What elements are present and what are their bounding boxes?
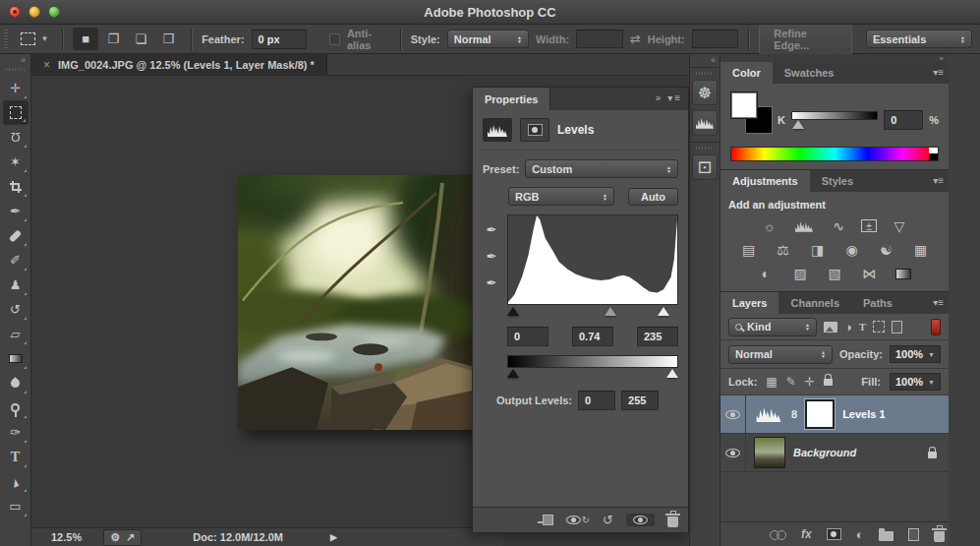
style-select[interactable]: Normal ▲▼ — [447, 30, 529, 48]
brightness-contrast-icon[interactable]: ☼ — [758, 217, 781, 235]
collapse-tools-icon[interactable]: » — [21, 54, 30, 65]
swap-width-height-icon[interactable]: ⇄ — [630, 31, 641, 46]
lock-pixels-icon[interactable]: ✎ — [786, 375, 796, 389]
filter-shape-layers-icon[interactable] — [873, 321, 885, 333]
history-brush-tool[interactable]: ↺ — [3, 297, 29, 322]
panel-menu-icon[interactable]: ▾≡ — [933, 67, 944, 78]
mask-properties-button[interactable] — [520, 118, 549, 142]
new-group-icon[interactable] — [879, 531, 894, 541]
channel-mixer-icon[interactable]: ☯ — [875, 241, 898, 259]
eyedropper-tool[interactable]: ✒ — [3, 199, 29, 223]
curves-adjustment-icon[interactable]: ∿ — [827, 217, 850, 235]
filter-type-layers-icon[interactable]: T — [859, 321, 866, 333]
lock-transparency-icon[interactable]: ▦ — [766, 375, 777, 389]
minimize-window-button[interactable] — [29, 6, 40, 18]
zoom-level[interactable]: 12.5% — [51, 531, 82, 543]
fill-input[interactable]: 100% ▼ — [890, 373, 941, 391]
document-tab[interactable]: × IMG_0024.JPG @ 12.5% (Levels 1, Layer … — [31, 54, 327, 75]
preset-select[interactable]: Custom ▲▼ — [525, 159, 678, 178]
layer-mask-thumbnail[interactable] — [805, 399, 835, 429]
black-point-eyedropper-icon[interactable]: ✒ — [487, 222, 497, 237]
workspace-select[interactable]: Essentials ▲▼ — [866, 30, 972, 48]
highlight-input-value[interactable]: 235 — [637, 327, 678, 346]
filter-pixel-layers-icon[interactable] — [824, 322, 837, 333]
mini-bridge-icon[interactable]: ⚙ — [110, 531, 120, 544]
filter-kind-select[interactable]: Kind ▲▼ — [728, 318, 817, 336]
midtone-input-value[interactable]: 0.74 — [572, 327, 613, 346]
view-previous-state-icon[interactable]: ↻ — [566, 515, 590, 525]
tab-paths[interactable]: Paths — [851, 292, 904, 314]
subtract-from-selection-button[interactable]: ❏ — [128, 28, 153, 50]
mask-link-icon[interactable]: 8 — [791, 408, 797, 420]
tab-swatches[interactable]: Swatches — [773, 62, 846, 84]
antialias-checkbox[interactable] — [329, 33, 340, 45]
tab-adjustments[interactable]: Adjustments — [721, 170, 810, 192]
layer-row-levels-1[interactable]: 8 Levels 1 — [721, 395, 949, 434]
output-highlight-value[interactable]: 255 — [621, 391, 659, 410]
channel-select[interactable]: RGB ▲▼ — [508, 187, 614, 206]
tool-preset-picker[interactable]: ▼ — [17, 30, 52, 48]
new-selection-button[interactable]: ■ — [73, 28, 98, 50]
panel-menu-icon[interactable]: ▾≡ — [667, 92, 682, 103]
exposure-adjustment-icon[interactable]: ± — [861, 219, 877, 232]
height-input[interactable] — [692, 30, 739, 48]
color-spectrum-ramp[interactable] — [730, 147, 939, 161]
filter-smart-objects-icon[interactable] — [892, 321, 902, 334]
gray-point-eyedropper-icon[interactable]: ✒ — [487, 249, 497, 264]
k-value-input[interactable]: 0 — [884, 110, 923, 130]
output-shadow-value[interactable]: 0 — [578, 391, 615, 410]
levels-adjustment-icon[interactable] — [792, 217, 816, 235]
tab-styles[interactable]: Styles — [810, 170, 865, 192]
output-highlight-slider[interactable] — [666, 369, 678, 378]
brush-tool[interactable]: ✐ — [3, 248, 29, 273]
layer-style-icon[interactable]: fx — [801, 527, 812, 541]
refine-edge-button[interactable]: Refine Edge... — [759, 24, 852, 55]
histogram-panel-icon[interactable] — [692, 110, 718, 136]
layer-name[interactable]: Background — [793, 447, 856, 458]
layer-visibility-toggle[interactable] — [721, 395, 746, 433]
gradient-map-icon[interactable]: ⋈ — [857, 265, 881, 282]
intersect-selection-button[interactable]: ❒ — [155, 28, 181, 50]
close-document-icon[interactable]: × — [43, 58, 50, 72]
pen-tool[interactable]: ✑ — [3, 420, 29, 445]
link-layers-icon[interactable] — [770, 530, 786, 539]
layer-filter-toggle[interactable] — [931, 319, 941, 335]
output-shadow-slider[interactable] — [507, 369, 519, 378]
spot-healing-brush-tool[interactable] — [3, 223, 29, 248]
type-tool[interactable]: T — [3, 445, 29, 469]
k-slider-handle[interactable] — [792, 120, 804, 129]
clip-to-layer-icon[interactable] — [543, 515, 553, 525]
document-size[interactable]: Doc: 12.0M/12.0M — [193, 531, 283, 543]
lock-position-icon[interactable]: ✛ — [805, 375, 815, 389]
panel-menu-icon[interactable]: ▾≡ — [933, 175, 944, 186]
delete-adjustment-icon[interactable] — [667, 516, 678, 527]
auto-button[interactable]: Auto — [628, 188, 678, 206]
rectangle-shape-tool[interactable]: ▭ — [3, 494, 29, 518]
filter-adjustment-layers-icon[interactable]: ◑ — [844, 320, 852, 334]
color-lookup-icon[interactable]: ▦ — [909, 241, 933, 259]
zoom-window-button[interactable] — [48, 6, 60, 18]
clone-stamp-tool[interactable]: ♟ — [3, 273, 29, 297]
tools-grip[interactable] — [6, 68, 26, 71]
midtone-input-slider[interactable] — [605, 307, 616, 316]
gradient-tool[interactable] — [3, 346, 29, 371]
tab-channels[interactable]: Channels — [778, 292, 851, 314]
color-balance-icon[interactable]: ⚖ — [772, 241, 795, 259]
layer-name[interactable]: Levels 1 — [842, 408, 885, 420]
tab-layers[interactable]: Layers — [721, 292, 778, 314]
canvas-image[interactable] — [238, 175, 490, 430]
3d-panel-icon[interactable]: ⚀ — [692, 154, 718, 180]
navigator-panel-icon[interactable]: ☸ — [692, 80, 718, 105]
tab-color[interactable]: Color — [721, 62, 773, 84]
width-input[interactable] — [576, 30, 623, 48]
panel-menu-icon[interactable]: ▾≡ — [933, 297, 944, 308]
selective-color-icon[interactable] — [892, 265, 915, 282]
dock-grip[interactable] — [696, 72, 714, 75]
blend-mode-select[interactable]: Normal ▲▼ — [728, 345, 833, 364]
k-slider[interactable] — [791, 111, 878, 129]
reset-adjustment-icon[interactable]: ↺ — [603, 513, 613, 527]
levels-settings-button[interactable] — [483, 118, 512, 142]
rectangular-marquee-tool[interactable] — [3, 100, 29, 125]
hue-saturation-icon[interactable]: ▤ — [737, 241, 761, 259]
dock-grip[interactable] — [696, 147, 714, 150]
